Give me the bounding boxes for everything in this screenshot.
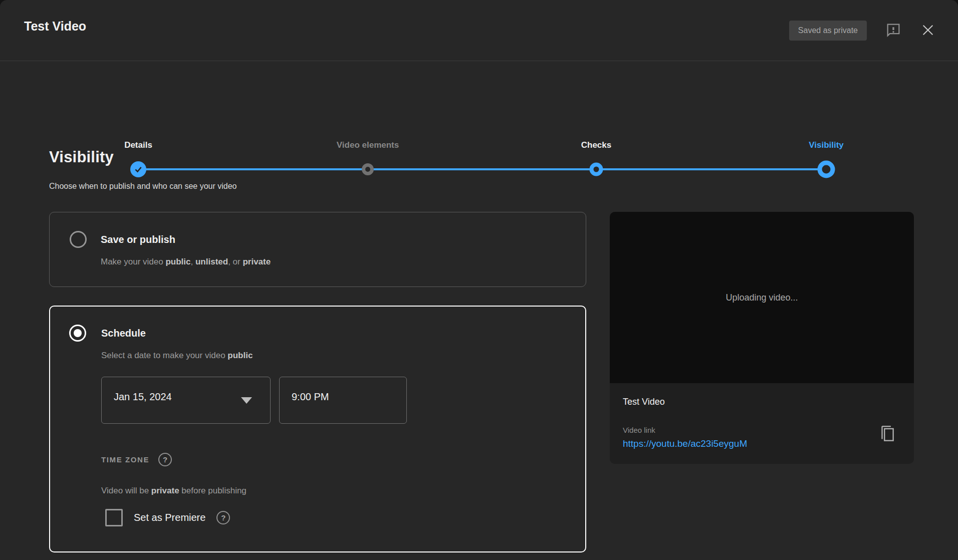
step-circle-details-check-icon[interactable] [130,161,146,177]
time-field[interactable]: 9:00 PM [279,377,407,424]
option-card-schedule[interactable]: Schedule Select a date to make your vide… [49,306,586,552]
private-before-publishing-note: Video will be private before publishing [101,486,247,496]
status-badge: Saved as private [789,21,867,41]
option-title-schedule: Schedule [101,328,146,339]
upload-stepper: Details Video elements Checks Visibility [0,61,958,126]
preview-video-title: Test Video [623,397,665,407]
radio-schedule[interactable] [69,325,86,342]
option-description-save-or-publish: Make your video public, unlisted, or pri… [101,257,271,267]
premiere-row: Set as Premiere ? [105,509,230,526]
upload-status-text: Uploading video... [726,293,798,303]
radio-save-or-publish[interactable] [70,231,87,248]
feedback-icon [885,22,902,40]
option-card-save-or-publish[interactable]: Save or publish Make your video public, … [49,212,586,287]
time-value: 9:00 PM [292,391,329,403]
copy-icon [877,439,896,446]
video-link-url[interactable]: https://youtu.be/ac23i5eyguM [623,438,747,449]
page-subtitle: Choose when to publish and who can see y… [49,182,236,191]
video-player-area: Uploading video... [610,212,914,383]
step-label-details[interactable]: Details [124,140,152,150]
step-label-checks[interactable]: Checks [581,140,611,150]
dialog-title: Test Video [24,19,86,34]
step-label-visibility[interactable]: Visibility [809,140,844,150]
video-link-label: Video link [623,426,655,434]
step-circle-video-elements[interactable] [362,163,374,175]
date-dropdown[interactable]: Jan 15, 2024 [101,377,271,424]
premiere-label: Set as Premiere [134,512,205,523]
step-circle-visibility[interactable] [818,161,835,178]
upload-dialog: Test Video Saved as private [0,0,958,560]
stepper-connector-line [138,168,826,170]
feedback-button[interactable] [885,22,902,40]
chevron-down-icon [241,397,252,404]
close-button[interactable] [920,22,936,40]
option-description-schedule: Select a date to make your video public [101,351,253,361]
timezone-label: TIME ZONE [101,455,149,464]
date-value: Jan 15, 2024 [114,391,172,403]
option-title-save-or-publish: Save or publish [101,234,175,245]
page-title: Visibility [49,148,114,166]
step-circle-checks[interactable] [590,163,603,176]
timezone-help-icon[interactable]: ? [158,453,172,466]
dialog-header: Test Video Saved as private [0,0,958,61]
premiere-help-icon[interactable]: ? [216,511,230,524]
video-preview-panel: Uploading video... Test Video Video link… [610,212,914,464]
timezone-row: TIME ZONE ? [101,453,172,466]
close-icon [920,22,936,40]
copy-link-button[interactable] [877,424,897,446]
premiere-checkbox[interactable] [105,509,123,526]
step-label-video-elements[interactable]: Video elements [337,140,399,150]
